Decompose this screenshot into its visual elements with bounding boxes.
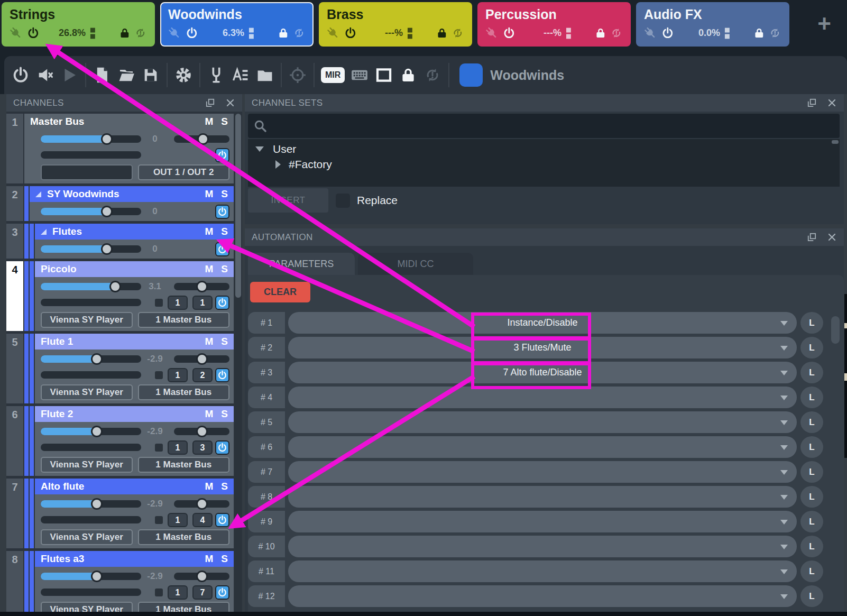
learn-button[interactable]: L xyxy=(800,362,823,383)
lock-icon[interactable] xyxy=(753,26,766,40)
channels-scrollbar[interactable] xyxy=(235,114,242,612)
chevron-down-icon[interactable] xyxy=(780,396,788,400)
chevron-down-icon[interactable] xyxy=(780,346,788,351)
learn-button[interactable]: L xyxy=(800,511,823,532)
power-icon[interactable] xyxy=(27,26,40,40)
output-button[interactable]: 1 Master Bus xyxy=(138,602,230,612)
plugin-button[interactable]: Vienna SY Player xyxy=(41,457,133,473)
instance-tab-audio-fx[interactable]: Audio FX0.0% xyxy=(636,2,789,47)
mute-button[interactable]: M xyxy=(205,188,213,200)
tab-parameters[interactable]: PARAMETERS xyxy=(248,253,355,275)
volume-slider[interactable] xyxy=(41,428,141,435)
automation-parameter-dropdown[interactable] xyxy=(288,436,797,458)
input-field[interactable] xyxy=(41,164,133,180)
window-icon[interactable] xyxy=(372,63,396,87)
chevron-down-icon[interactable] xyxy=(780,420,788,425)
plugin-button[interactable]: Vienna SY Player xyxy=(41,312,133,328)
collapse-triangle-icon[interactable] xyxy=(35,191,41,197)
channel-power-button[interactable] xyxy=(215,585,229,600)
slider-knob[interactable] xyxy=(196,571,208,582)
solo-button[interactable]: S xyxy=(221,226,228,237)
channel-strip[interactable]: Flute 1MS-2.912Vienna SY Player1 Master … xyxy=(35,334,234,403)
output-button[interactable]: 1 Master Bus xyxy=(138,529,230,545)
mute-button[interactable]: M xyxy=(205,553,213,565)
slider-knob[interactable] xyxy=(101,206,113,217)
mute-icon[interactable] xyxy=(33,63,57,87)
plugin-button[interactable]: Vienna SY Player xyxy=(41,529,133,545)
power-icon[interactable] xyxy=(344,26,357,40)
chevron-down-icon[interactable] xyxy=(780,445,788,450)
slider-knob[interactable] xyxy=(197,133,209,145)
mute-button[interactable]: M xyxy=(205,481,213,492)
mir-button[interactable]: MIR xyxy=(321,67,345,83)
chevron-down-icon[interactable] xyxy=(780,545,788,549)
keyboard-icon[interactable] xyxy=(347,63,372,87)
chevron-down-icon[interactable] xyxy=(255,146,264,152)
lock-icon[interactable] xyxy=(436,26,448,40)
channel-strip[interactable]: Alto fluteMS-2.914Vienna SY Player1 Mast… xyxy=(35,479,234,548)
learn-button[interactable]: L xyxy=(800,436,823,458)
close-icon[interactable] xyxy=(827,98,837,108)
learn-button[interactable]: L xyxy=(800,312,823,334)
plugin-button[interactable]: Vienna SY Player xyxy=(41,384,133,400)
settings-gear-icon[interactable] xyxy=(171,63,196,87)
slider-knob[interactable] xyxy=(101,133,113,145)
automation-parameter-dropdown[interactable] xyxy=(288,511,797,532)
save-project-icon[interactable] xyxy=(139,63,163,87)
automation-parameter-dropdown[interactable] xyxy=(288,486,797,508)
close-icon[interactable] xyxy=(225,98,235,108)
mute-button[interactable]: M xyxy=(205,263,213,275)
solo-button[interactable]: S xyxy=(221,116,228,127)
chevron-down-icon[interactable] xyxy=(780,569,788,574)
chevron-down-icon[interactable] xyxy=(780,520,788,525)
chevron-down-icon[interactable] xyxy=(780,371,788,375)
pan-slider[interactable] xyxy=(174,428,229,435)
pan-slider[interactable] xyxy=(174,283,229,290)
volume-slider[interactable] xyxy=(41,208,141,215)
mute-button[interactable]: M xyxy=(205,116,213,127)
undock-icon[interactable] xyxy=(807,98,817,108)
channel-power-button[interactable] xyxy=(215,242,229,256)
channel-number[interactable]: 1 xyxy=(6,114,23,183)
solo-button[interactable]: S xyxy=(221,263,228,275)
channel-header[interactable]: SY WoodwindsMS xyxy=(30,186,234,202)
volume-slider[interactable] xyxy=(41,355,141,363)
channel-number[interactable]: 2 xyxy=(6,186,23,221)
channel-header[interactable]: Alto fluteMS xyxy=(35,479,234,494)
power-icon[interactable] xyxy=(661,26,674,40)
tuning-fork-icon[interactable] xyxy=(204,63,228,87)
new-project-icon[interactable] xyxy=(90,63,114,87)
channel-power-button[interactable] xyxy=(215,205,229,219)
channels-scrollbar-thumb[interactable] xyxy=(235,114,241,298)
automation-parameter-dropdown[interactable] xyxy=(288,461,797,483)
pan-slider[interactable] xyxy=(174,135,229,143)
lock-icon[interactable] xyxy=(594,26,607,40)
lock-icon[interactable] xyxy=(118,26,131,40)
automation-parameter-dropdown[interactable] xyxy=(288,411,797,433)
slider-knob[interactable] xyxy=(91,426,103,437)
instance-tab-woodwinds[interactable]: Woodwinds6.3% xyxy=(160,2,314,47)
volume-slider[interactable] xyxy=(41,135,141,143)
output-button[interactable]: OUT 1 / OUT 2 xyxy=(138,164,230,180)
slider-knob[interactable] xyxy=(101,243,113,255)
solo-button[interactable]: S xyxy=(221,408,228,420)
lock-icon[interactable] xyxy=(277,26,290,40)
folder-icon[interactable] xyxy=(253,63,277,87)
target-icon[interactable] xyxy=(286,63,310,87)
pan-slider[interactable] xyxy=(174,355,229,363)
channel-power-button[interactable] xyxy=(215,148,229,162)
mute-button[interactable]: M xyxy=(205,226,213,237)
channel-strip[interactable]: FlutesMS0 xyxy=(35,224,234,259)
mute-button[interactable]: M xyxy=(205,336,213,347)
channel-strip[interactable]: SY WoodwindsMS0 xyxy=(30,186,234,221)
tree-item-user[interactable]: User xyxy=(248,139,840,156)
collapse-triangle-icon[interactable] xyxy=(41,229,47,235)
power-icon[interactable] xyxy=(503,26,515,40)
channel-strip[interactable]: Flute 2MS-2.913Vienna SY Player1 Master … xyxy=(35,406,234,476)
tree-item-factory[interactable]: #Factory xyxy=(248,156,840,173)
channel-header[interactable]: Flute 1MS xyxy=(35,334,234,350)
channel-power-button[interactable] xyxy=(215,296,229,310)
learn-button[interactable]: L xyxy=(800,411,823,433)
midi-channel-button[interactable]: 3 xyxy=(192,440,213,455)
insert-button[interactable]: INSERT xyxy=(248,188,328,213)
